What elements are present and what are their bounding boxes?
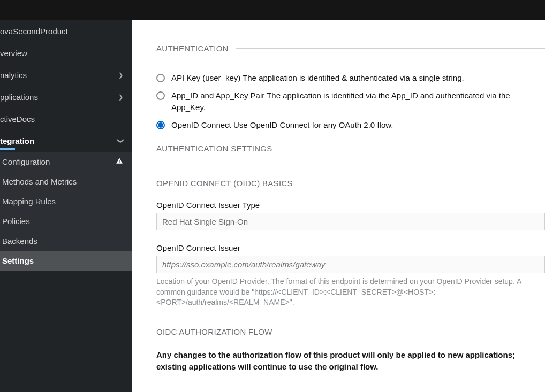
- auth-option-openid-connect[interactable]: OpenID Connect Use OpenID Connect for an…: [156, 119, 545, 132]
- section-divider: [236, 48, 545, 49]
- chevron-right-icon: ❯: [118, 72, 123, 79]
- sidebar-item-label: verview: [0, 49, 27, 58]
- sidebar: ovaSecondProduct verview nalytics ❯ ppli…: [0, 20, 132, 392]
- radio-icon: [156, 91, 165, 100]
- sidebar-subitem-mapping-rules[interactable]: Mapping Rules: [0, 191, 132, 211]
- sidebar-item-activedocs[interactable]: ctiveDocs: [0, 108, 132, 130]
- sidebar-item-label: nalytics: [0, 71, 27, 80]
- sidebar-item-label: ctiveDocs: [0, 114, 35, 124]
- product-name[interactable]: ovaSecondProduct: [0, 20, 132, 42]
- sidebar-subitem-policies[interactable]: Policies: [0, 211, 132, 231]
- main-content: AUTHENTICATION API Key (user_key) The ap…: [132, 20, 545, 392]
- radio-label: App_ID and App_Key Pair The application …: [171, 90, 545, 114]
- section-heading-text: AUTHENTICATION: [156, 44, 236, 53]
- radio-icon: [156, 74, 165, 82]
- auth-option-appid-appkey[interactable]: App_ID and App_Key Pair The application …: [156, 90, 545, 114]
- issuer-type-field: OpenID Connect Issuer Type: [156, 201, 545, 234]
- radio-icon: [156, 121, 165, 129]
- issuer-help-text: Location of your OpenID Provider. The fo…: [156, 276, 545, 308]
- issuer-type-label: OpenID Connect Issuer Type: [156, 201, 545, 210]
- sidebar-item-label: pplications: [0, 93, 38, 102]
- oidc-flow-heading: OIDC AUTHORIZATION FLOW: [156, 327, 545, 336]
- sidebar-subitem-label: Policies: [2, 217, 30, 226]
- sidebar-subitem-configuration[interactable]: Configuration: [0, 152, 132, 172]
- sidebar-subitem-label: Methods and Metrics: [2, 177, 77, 186]
- chevron-right-icon: ❯: [118, 94, 123, 101]
- nav-section: verview nalytics ❯ pplications ❯ ctiveDo…: [0, 42, 132, 271]
- section-divider: [280, 332, 545, 332]
- radio-label: API Key (user_key) The application is id…: [171, 72, 464, 84]
- section-heading-text: OPENID CONNECT (OIDC) BASICS: [156, 179, 300, 188]
- oidc-basics-heading: OPENID CONNECT (OIDC) BASICS: [156, 179, 545, 188]
- authentication-radio-group: API Key (user_key) The application is id…: [156, 72, 545, 131]
- sidebar-subitem-label: Mapping Rules: [2, 197, 56, 206]
- authentication-settings-heading: AUTHENTICATION SETTINGS: [156, 144, 545, 153]
- integration-subnav: Configuration Methods and Metrics Mappin…: [0, 152, 132, 271]
- top-bar: [0, 0, 545, 20]
- oidc-flow-warning: Any changes to the authorization flow of…: [156, 349, 545, 373]
- sidebar-subitem-settings[interactable]: Settings: [0, 251, 132, 271]
- sidebar-subitem-label: Configuration: [2, 157, 50, 166]
- section-heading-text: OIDC AUTHORIZATION FLOW: [156, 327, 280, 336]
- authentication-heading: AUTHENTICATION: [156, 44, 545, 53]
- issuer-type-select[interactable]: [156, 213, 545, 230]
- warning-icon: [116, 157, 123, 166]
- issuer-label: OpenID Connect Issuer: [156, 243, 545, 252]
- sidebar-item-label: tegration: [0, 136, 34, 145]
- app-container: ovaSecondProduct verview nalytics ❯ ppli…: [0, 20, 545, 392]
- sidebar-item-analytics[interactable]: nalytics ❯: [0, 64, 132, 86]
- radio-label: OpenID Connect Use OpenID Connect for an…: [171, 119, 393, 132]
- issuer-field: OpenID Connect Issuer Location of your O…: [156, 243, 545, 308]
- auth-option-api-key[interactable]: API Key (user_key) The application is id…: [156, 72, 545, 84]
- sidebar-item-integration[interactable]: tegration ❯: [0, 130, 132, 152]
- sidebar-subitem-label: Settings: [2, 256, 34, 265]
- sidebar-subitem-label: Backends: [2, 236, 37, 245]
- sidebar-item-applications[interactable]: pplications ❯: [0, 86, 132, 108]
- chevron-down-icon: ❯: [117, 139, 124, 143]
- sidebar-subitem-backends[interactable]: Backends: [0, 231, 132, 251]
- section-divider: [300, 183, 545, 183]
- issuer-input[interactable]: [156, 256, 545, 273]
- sidebar-item-overview[interactable]: verview: [0, 42, 132, 64]
- sidebar-subitem-methods-metrics[interactable]: Methods and Metrics: [0, 172, 132, 191]
